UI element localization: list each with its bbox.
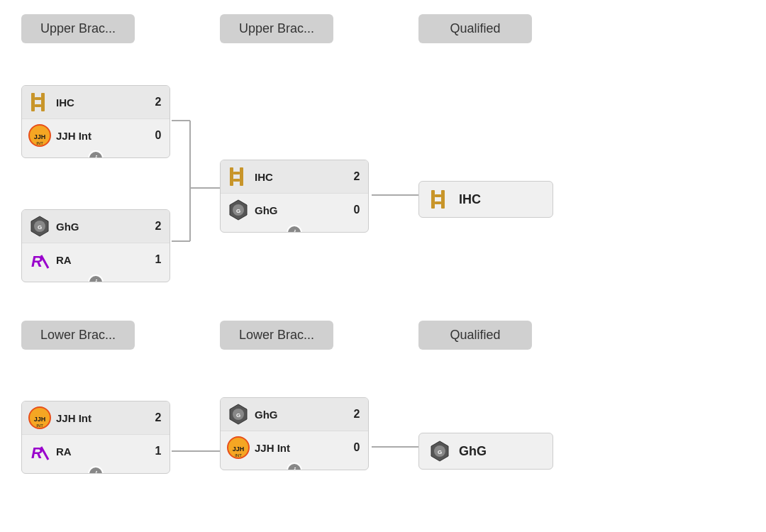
upper-match2-row1[interactable]: G GhG 2 xyxy=(22,210,170,243)
svg-rect-11 xyxy=(41,93,45,111)
ra-logo: R xyxy=(28,248,52,272)
svg-rect-21 xyxy=(230,167,233,186)
svg-rect-28 xyxy=(431,190,435,209)
svg-text:G: G xyxy=(38,224,42,231)
upper-match3: IHC 2 G GhG 0 i xyxy=(220,160,369,233)
lower-qualified: G GhG xyxy=(418,433,553,470)
upper-match1-info-icon[interactable]: i xyxy=(88,150,104,158)
svg-text:JJH: JJH xyxy=(34,416,46,423)
svg-rect-24 xyxy=(233,179,240,182)
svg-rect-23 xyxy=(240,167,243,186)
ghg-logo-m3: G xyxy=(226,198,250,222)
svg-rect-9 xyxy=(31,93,35,111)
svg-rect-22 xyxy=(233,172,240,174)
svg-text:INT: INT xyxy=(235,453,242,458)
upper-bracket-col2-header: Upper Brac... xyxy=(220,14,333,43)
upper-match1-row1[interactable]: IHC 2 xyxy=(22,86,170,119)
lower-match2-info-icon[interactable]: i xyxy=(287,462,302,470)
svg-rect-29 xyxy=(435,194,441,197)
upper-match1: IHC 2 JJH INT JJH Int 0 i xyxy=(21,85,170,158)
svg-text:R: R xyxy=(31,253,43,270)
svg-rect-10 xyxy=(35,97,41,100)
lower-match1-info-icon[interactable]: i xyxy=(88,466,104,474)
ihc-logo xyxy=(28,90,52,114)
upper-match2-row2[interactable]: R RA 1 i xyxy=(22,243,170,282)
upper-bracket-col1-header: Upper Brac... xyxy=(21,14,135,43)
lower-match2-row2[interactable]: JJH INT JJH Int 0 i xyxy=(221,431,368,470)
lower-match1: JJH INT JJH Int 2 R RA 1 i xyxy=(21,401,170,474)
ihc-logo-m3 xyxy=(226,165,250,189)
svg-rect-12 xyxy=(35,104,41,107)
lower-bracket-col1-header: Lower Brac... xyxy=(21,321,135,350)
upper-match3-row2[interactable]: G GhG 0 i xyxy=(221,194,368,232)
svg-text:G: G xyxy=(236,412,240,419)
ghg-logo-lm2: G xyxy=(226,402,250,426)
jjh-logo-lm2: JJH INT xyxy=(226,436,250,460)
svg-text:G: G xyxy=(438,449,442,455)
svg-rect-31 xyxy=(435,201,441,204)
lower-match1-row2[interactable]: R RA 1 i xyxy=(22,435,170,473)
lower-match2-row1[interactable]: G GhG 2 xyxy=(221,398,368,431)
lower-bracket-col2-header: Lower Brac... xyxy=(220,321,333,350)
upper-match2-info-icon[interactable]: i xyxy=(88,275,104,282)
ihc-logo-qualified xyxy=(428,187,452,211)
upper-match2: G GhG 2 R RA 1 i xyxy=(21,209,170,282)
ghg-logo-qualified: G xyxy=(428,439,452,463)
svg-text:G: G xyxy=(236,208,240,214)
upper-qualified: IHC xyxy=(418,181,553,218)
svg-rect-30 xyxy=(441,190,445,209)
upper-match3-row1[interactable]: IHC 2 xyxy=(221,160,368,194)
ra-logo-lm1: R xyxy=(28,439,52,463)
jjh-logo: JJH INT xyxy=(28,123,52,148)
svg-text:INT: INT xyxy=(36,141,43,145)
svg-text:JJH: JJH xyxy=(233,445,245,453)
svg-text:R: R xyxy=(31,444,43,462)
lower-match1-row1[interactable]: JJH INT JJH Int 2 xyxy=(22,401,170,435)
jjh-logo-lm1: JJH INT xyxy=(28,406,52,430)
upper-match1-row2[interactable]: JJH INT JJH Int 0 i xyxy=(22,119,170,157)
ghg-logo-m2: G xyxy=(28,214,52,238)
upper-qualified-header: Qualified xyxy=(418,14,532,43)
svg-text:INT: INT xyxy=(36,423,43,428)
upper-match3-info-icon[interactable]: i xyxy=(287,225,302,233)
lower-match2: G GhG 2 JJH INT JJH Int 0 i xyxy=(220,397,369,470)
svg-text:JJH: JJH xyxy=(34,133,46,140)
lower-qualified-header: Qualified xyxy=(418,321,532,350)
